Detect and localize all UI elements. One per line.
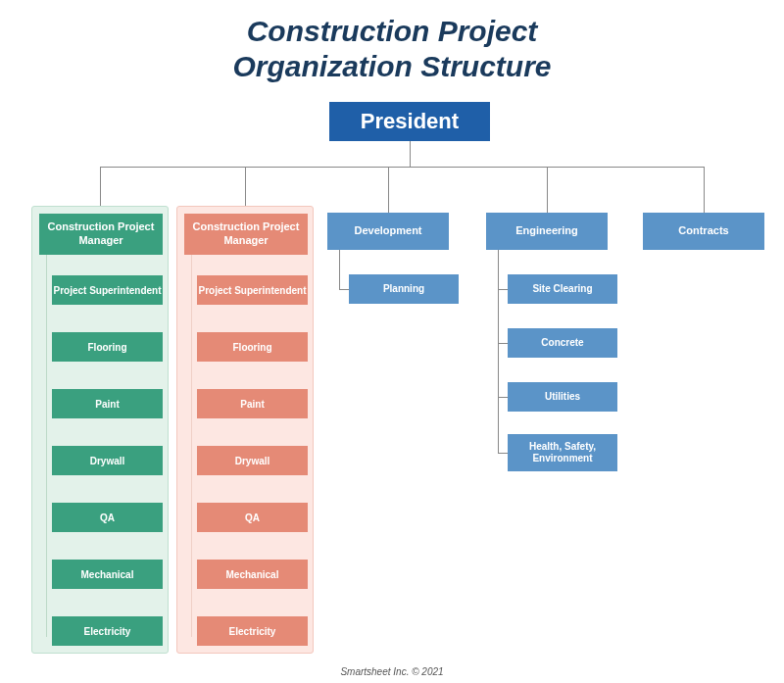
connector-line — [498, 397, 508, 398]
connector-line — [410, 141, 411, 167]
salmon-item-label: Paint — [240, 399, 264, 410]
president-box: President — [329, 102, 490, 141]
footer-copyright: Smartsheet Inc. © 2021 — [0, 666, 784, 677]
connector-line — [704, 167, 705, 213]
president-label: President — [361, 109, 459, 134]
connector-line — [245, 167, 246, 206]
green-item-label: Mechanical — [81, 569, 134, 580]
column-salmon: Construction Project Manager Project Sup… — [176, 206, 314, 654]
green-item-label: Paint — [95, 399, 119, 410]
connector-line — [498, 343, 508, 344]
green-item: Electricity — [52, 616, 163, 646]
salmon-item-label: Electricity — [229, 626, 276, 637]
engineering-item: Site Clearing — [508, 274, 617, 304]
salmon-item-label: Flooring — [233, 342, 272, 353]
green-item: Flooring — [52, 332, 163, 362]
green-head-label: Construction Project Manager — [43, 220, 159, 248]
contracts-head-label: Contracts — [678, 224, 728, 238]
connector-line — [339, 289, 349, 290]
green-item: Drywall — [52, 446, 163, 475]
engineering-item: Health, Safety, Environment — [508, 434, 617, 471]
salmon-item-label: Drywall — [235, 456, 270, 466]
green-item-label: Electricity — [84, 626, 131, 637]
green-item-label: QA — [100, 512, 115, 523]
footer-label: Smartsheet Inc. © 2021 — [340, 666, 443, 677]
engineering-item: Utilities — [508, 382, 617, 412]
salmon-item-label: QA — [245, 512, 260, 523]
connector-line — [46, 255, 47, 637]
connector-line — [339, 250, 340, 289]
connector-line — [100, 167, 101, 206]
green-item-label: Drywall — [90, 456, 125, 466]
contracts-head: Contracts — [643, 213, 764, 250]
development-item-label: Planning — [383, 283, 424, 295]
connector-line — [547, 167, 548, 213]
green-item: Paint — [52, 389, 163, 418]
diagram-title: Construction Project Organization Struct… — [0, 0, 784, 84]
connector-line — [191, 255, 192, 637]
salmon-item: Electricity — [197, 616, 308, 646]
connector-line — [388, 167, 389, 213]
salmon-head: Construction Project Manager — [184, 214, 308, 255]
salmon-item: Flooring — [197, 332, 308, 362]
green-item-label: Flooring — [88, 342, 127, 353]
engineering-item-label: Health, Safety, Environment — [512, 441, 613, 464]
green-item: QA — [52, 503, 163, 532]
title-line2: Organization Structure — [232, 50, 551, 82]
green-head: Construction Project Manager — [39, 214, 163, 255]
salmon-item: QA — [197, 503, 308, 532]
development-item: Planning — [349, 274, 459, 304]
green-item: Project Superintendent — [52, 275, 163, 305]
connector-line — [498, 289, 508, 290]
salmon-item-label: Mechanical — [226, 569, 279, 580]
engineering-item-label: Concrete — [541, 337, 583, 349]
salmon-item-label: Project Superintendent — [198, 285, 306, 296]
green-item: Mechanical — [52, 560, 163, 589]
engineering-item-label: Site Clearing — [532, 283, 592, 295]
engineering-head: Engineering — [486, 213, 608, 250]
salmon-item: Project Superintendent — [197, 275, 308, 305]
salmon-item: Drywall — [197, 446, 308, 475]
development-head-label: Development — [354, 224, 421, 238]
salmon-item: Mechanical — [197, 560, 308, 589]
column-green: Construction Project Manager Project Sup… — [31, 206, 169, 654]
salmon-item: Paint — [197, 389, 308, 418]
engineering-item: Concrete — [508, 328, 617, 358]
green-item-label: Project Superintendent — [53, 285, 161, 296]
development-head: Development — [327, 213, 449, 250]
salmon-head-label: Construction Project Manager — [188, 220, 304, 248]
connector-line — [498, 453, 508, 454]
connector-line — [498, 250, 499, 453]
engineering-item-label: Utilities — [545, 391, 580, 403]
connector-line — [100, 167, 705, 168]
title-line1: Construction Project — [247, 15, 538, 47]
engineering-head-label: Engineering — [515, 224, 578, 238]
